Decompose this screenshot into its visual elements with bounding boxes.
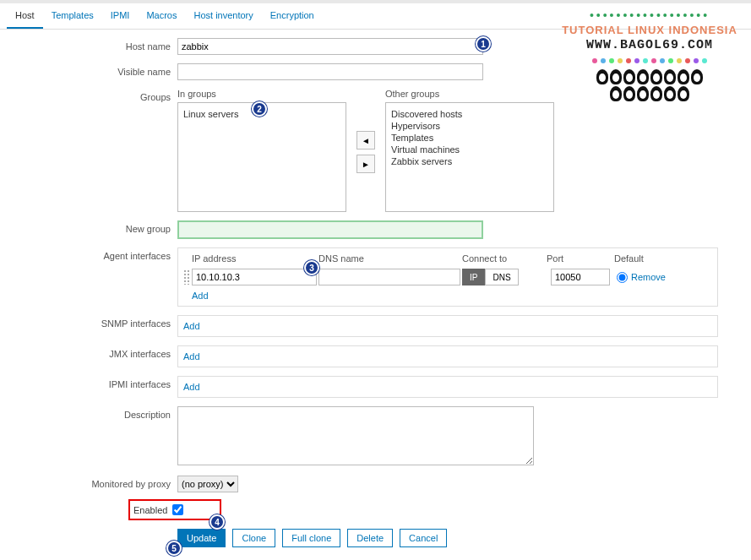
dnsname-header: DNS name [318, 253, 462, 264]
proxy-select[interactable]: (no proxy) [177, 476, 238, 492]
clone-button[interactable]: Clone [232, 529, 275, 547]
add-snmp-interface-link[interactable]: Add [183, 321, 200, 331]
watermark: •••••••••••••••••• TUTORIAL LINUX INDONE… [557, 8, 743, 101]
ingroups-listbox[interactable]: Linux servers [177, 102, 346, 212]
tab-macros[interactable]: Macros [138, 3, 185, 29]
ipmi-interfaces-box: Add [177, 376, 718, 398]
connectto-header: Connect to [462, 253, 547, 264]
default-header: Default [614, 253, 665, 264]
update-button[interactable]: Update [177, 529, 226, 547]
callout-5: 5 [166, 541, 182, 556]
add-ipmi-interface-link[interactable]: Add [183, 382, 200, 392]
remove-link[interactable]: Remove [631, 272, 666, 282]
ipmiif-label: IPMI interfaces [0, 376, 177, 389]
tab-templates[interactable]: Templates [43, 3, 102, 29]
tab-inventory[interactable]: Host inventory [185, 3, 261, 29]
othergroup-item[interactable]: Templates [391, 132, 548, 144]
add-agent-interface-link[interactable]: Add [192, 291, 209, 301]
delete-button[interactable]: Delete [347, 529, 393, 547]
tab-encryption[interactable]: Encryption [262, 3, 323, 29]
othergroup-item[interactable]: Zabbix servers [391, 155, 548, 167]
ipaddress-input[interactable] [192, 269, 317, 285]
watermark-title: TUTORIAL LINUX INDONESIA [557, 24, 743, 36]
ingroups-label: In groups [177, 89, 346, 99]
connect-dns-button[interactable]: DNS [485, 269, 518, 285]
othergroup-item[interactable]: Hypervisors [391, 120, 548, 132]
move-left-button[interactable]: ◄ [356, 131, 375, 150]
hostname-label: Host name [0, 38, 177, 52]
othergroup-item[interactable]: Discovered hosts [391, 108, 548, 120]
hostname-input[interactable] [177, 38, 483, 55]
port-input[interactable] [551, 269, 610, 285]
dots-icon: •••••••••••••••••• [557, 8, 743, 22]
enabled-checkbox[interactable] [172, 504, 183, 515]
default-radio[interactable] [617, 272, 628, 283]
snmp-label: SNMP interfaces [0, 315, 177, 329]
othergroup-item[interactable]: Virtual machines [391, 144, 548, 155]
agentif-label: Agent interfaces [0, 247, 177, 261]
othergroups-listbox[interactable]: Discovered hosts Hypervisors Templates V… [385, 102, 554, 212]
callout-2: 2 [252, 101, 267, 117]
move-right-button[interactable]: ► [356, 155, 375, 173]
tab-host[interactable]: Host [7, 3, 43, 29]
ipaddress-header: IP address [192, 253, 318, 264]
port-header: Port [547, 253, 614, 264]
visiblename-input[interactable] [177, 63, 483, 80]
newgroup-label: New group [0, 220, 177, 234]
drag-handle-icon[interactable] [183, 269, 190, 285]
penguin-logo-icon [590, 69, 709, 101]
newgroup-input[interactable] [177, 220, 483, 239]
jmx-label: JMX interfaces [0, 345, 177, 359]
description-label: Description [0, 406, 177, 420]
enabled-label: Enabled [133, 505, 167, 515]
snmp-interfaces-box: Add [177, 315, 718, 337]
proxy-label: Monitored by proxy [0, 476, 177, 489]
dnsname-input[interactable] [318, 269, 460, 285]
othergroups-label: Other groups [385, 89, 554, 99]
fullclone-button[interactable]: Full clone [282, 529, 340, 547]
visiblename-label: Visible name [0, 63, 177, 77]
connect-ip-button[interactable]: IP [462, 269, 485, 285]
description-textarea[interactable] [177, 406, 534, 465]
enabled-highlight: Enabled [128, 499, 221, 520]
groups-label: Groups [0, 89, 177, 102]
callout-4: 4 [210, 514, 225, 530]
callout-3: 3 [304, 260, 319, 275]
tab-ipmi[interactable]: IPMI [102, 3, 139, 29]
callout-1: 1 [476, 36, 491, 52]
watermark-url: WWW.BAGOL69.COM [557, 38, 743, 52]
add-jmx-interface-link[interactable]: Add [183, 351, 200, 362]
agent-interfaces-box: IP address DNS name Connect to Port Defa… [177, 247, 718, 307]
jmx-interfaces-box: Add [177, 345, 718, 367]
cancel-button[interactable]: Cancel [400, 529, 447, 547]
color-dots-icon [557, 54, 743, 66]
